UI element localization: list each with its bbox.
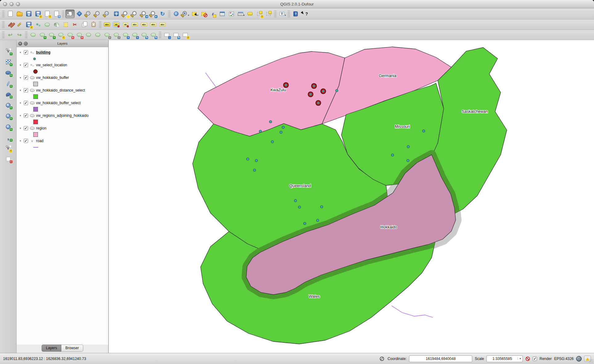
tab-layers[interactable]: Layers: [42, 345, 61, 352]
paste-features-button[interactable]: [89, 20, 98, 29]
new-shapefile-layer-button[interactable]: V*▾: [4, 144, 13, 153]
layer-visibility-checkbox[interactable]: ✓: [24, 50, 28, 55]
zoom-last-button[interactable]: ◂: [139, 10, 149, 18]
add-vector-layer-button[interactable]: V+: [4, 47, 13, 55]
zoom-next-button[interactable]: ▸: [149, 10, 158, 18]
deselect-features-button[interactable]: [199, 10, 208, 18]
save-project-as-button[interactable]: /: [33, 10, 43, 18]
add-postgis-layer-button[interactable]: +: [4, 68, 13, 77]
field-calculator-button[interactable]: [227, 10, 236, 18]
split-features-button[interactable]: /: [102, 31, 112, 39]
rotate-label-button[interactable]: abc: [139, 20, 149, 29]
layer-item-vw_select_location[interactable]: ▼✓vw_select_location: [19, 62, 108, 68]
add-raster-layer-button[interactable]: +: [4, 58, 13, 66]
zoom-to-layer-button[interactable]: [130, 10, 139, 18]
zoom-to-selection-button[interactable]: [121, 10, 130, 18]
rotate-feature-button[interactable]: ↻: [139, 31, 149, 39]
labeling-button[interactable]: abc: [102, 20, 112, 29]
select-features-button[interactable]: ▾: [190, 10, 199, 18]
layer-visibility-checkbox[interactable]: ✓: [24, 76, 28, 80]
add-mssql-layer-button[interactable]: +: [4, 90, 13, 99]
layer-item-vw_hokkaido_buffer_select[interactable]: ▼✓vw_hokkaido_buffer_select: [19, 100, 108, 106]
render-checkbox[interactable]: ✓: [533, 357, 537, 361]
add-delimited-text-layer-button[interactable]: ,+: [4, 133, 13, 142]
new-project-button[interactable]: [6, 10, 15, 18]
delete-part-button[interactable]: ×: [75, 31, 84, 39]
coordinate-input[interactable]: 1619484,6940048: [409, 355, 472, 362]
layer-item-vw_hokkaido_buffer[interactable]: ▼✓vw_hokkaido_buffer: [19, 74, 108, 81]
zoom-native-button[interactable]: 1:1: [102, 10, 112, 18]
extents-toggle-icon[interactable]: [379, 356, 385, 362]
add-wfs-layer-button[interactable]: +: [4, 122, 13, 131]
split-parts-button[interactable]: /: [112, 31, 121, 39]
layer-item-building[interactable]: ▼✓building: [19, 49, 108, 56]
expand-triangle-icon[interactable]: ▼: [19, 76, 22, 79]
stop-render-icon[interactable]: [525, 356, 530, 361]
reshape-features-button[interactable]: [93, 31, 102, 39]
layer-visibility-checkbox[interactable]: ✓: [24, 113, 28, 118]
delete-selected-button[interactable]: [61, 20, 70, 29]
help-contents-button[interactable]: ?: [291, 10, 300, 18]
expand-triangle-icon[interactable]: ▼: [19, 89, 22, 92]
undo-button[interactable]: ↩: [6, 31, 15, 39]
pin-labels-button[interactable]: ab: [121, 20, 130, 29]
zoom-full-button[interactable]: [112, 10, 121, 18]
expand-triangle-icon[interactable]: ▼: [19, 51, 22, 54]
add-ring-button[interactable]: +: [38, 31, 47, 39]
redo-button[interactable]: ↪: [15, 31, 24, 39]
label-properties-button[interactable]: abc: [158, 20, 167, 29]
node-tool-button[interactable]: [52, 20, 61, 29]
open-project-button[interactable]: [15, 10, 24, 18]
move-feature-button[interactable]: [43, 20, 52, 29]
simplify-feature-button[interactable]: [28, 31, 38, 39]
offset-curve-button[interactable]: [84, 31, 93, 39]
layer-item-vw_hokkaido_distance_select[interactable]: ▼✓vw_hokkaido_distance_select: [19, 87, 108, 94]
add-wms-layer-button[interactable]: +: [4, 112, 13, 120]
pan-to-selection-button[interactable]: [75, 10, 84, 18]
layer-item-vw_regions_adjoining_hokkaido[interactable]: ▼✓vw_regions_adjoining_hokkaido: [19, 112, 108, 119]
expand-triangle-icon[interactable]: ▼: [19, 127, 22, 130]
text-annotation-button[interactable]: T▾: [277, 10, 287, 18]
crs-status-icon[interactable]: [576, 356, 582, 362]
layer-visibility-checkbox[interactable]: ✓: [24, 63, 28, 67]
save-project-button[interactable]: [24, 10, 33, 18]
zoom-out-button[interactable]: −: [93, 10, 102, 18]
toggle-editing-button[interactable]: [15, 20, 24, 29]
layer-visibility-checkbox[interactable]: ✓: [24, 101, 28, 105]
add-spatialite-layer-button[interactable]: +: [4, 79, 13, 88]
measure-button[interactable]: ▾: [236, 10, 245, 18]
expand-triangle-icon[interactable]: ▼: [19, 102, 22, 104]
layer-visibility-checkbox[interactable]: ✓: [24, 88, 28, 92]
rotate-point-symbols-button[interactable]: ↻: [149, 31, 158, 39]
identify-features-button[interactable]: i: [171, 10, 181, 18]
delete-ring-button[interactable]: ×: [65, 31, 75, 39]
zoom-in-button[interactable]: +: [84, 10, 93, 18]
tab-browser[interactable]: Browser: [61, 345, 83, 352]
change-label-button[interactable]: abc: [149, 20, 158, 29]
close-window-button[interactable]: [3, 2, 7, 6]
expand-triangle-icon[interactable]: ▼: [19, 140, 22, 142]
layer-item-road[interactable]: ▼✓∨road: [19, 137, 108, 144]
resize-grip[interactable]: [589, 359, 593, 363]
composer-manager-button[interactable]: ?: [52, 10, 61, 18]
merge-features-button[interactable]: +: [121, 31, 130, 39]
expand-triangle-icon[interactable]: ▼: [19, 114, 22, 117]
show-hide-labels-button[interactable]: abc: [130, 20, 139, 29]
minimize-window-button[interactable]: [10, 2, 14, 6]
combo-arrow-icon[interactable]: ▾: [518, 357, 522, 360]
open-attribute-table-button[interactable]: [218, 10, 227, 18]
run-feature-action-button[interactable]: ▶▾: [181, 10, 190, 18]
pan-map-button[interactable]: [65, 10, 75, 18]
new-bookmark-button[interactable]: *: [255, 10, 264, 18]
expand-triangle-icon[interactable]: ▼: [19, 64, 22, 67]
move-label-button[interactable]: ab: [112, 20, 121, 29]
copy-features-button[interactable]: [80, 20, 89, 29]
refresh-map-button[interactable]: ↻: [158, 10, 167, 18]
select-by-expression-button[interactable]: ε: [208, 10, 218, 18]
map-tips-button[interactable]: [245, 10, 255, 18]
remove-layer-button[interactable]: −: [4, 155, 13, 163]
continue-feature-button[interactable]: ↻: [171, 31, 181, 39]
show-bookmarks-button[interactable]: [264, 10, 273, 18]
trace-feature-button[interactable]: /: [181, 31, 190, 39]
layer-visibility-checkbox[interactable]: ✓: [24, 139, 28, 143]
